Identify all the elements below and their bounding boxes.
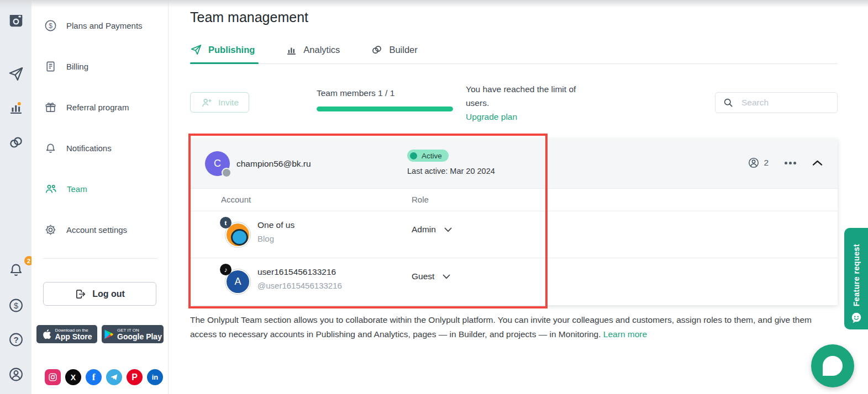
sidebar-item-plans-and-payments[interactable]: $ Plans and Payments <box>44 17 143 34</box>
member-card-header[interactable]: C champion56@bk.ru Active Last active: M… <box>191 139 838 189</box>
status-label: Active <box>422 152 442 160</box>
account-subtitle: Blog <box>257 234 274 243</box>
tiktok-icon: ♪ <box>220 264 232 275</box>
accounts-count[interactable]: 2 <box>748 157 769 169</box>
dollar-circle-icon: $ <box>44 19 57 32</box>
account-name: user1615456133216 <box>257 267 336 277</box>
logout-button[interactable]: Log out <box>43 282 156 306</box>
learn-more-link[interactable]: Learn more <box>603 329 647 339</box>
member-email: champion56@bk.ru <box>236 159 311 169</box>
help-icon[interactable]: ? <box>8 332 24 348</box>
app-store-bottom-label: App Store <box>55 333 92 341</box>
sidebar-item-label: Team <box>67 184 87 194</box>
sidebar-item-team[interactable]: Team <box>44 180 87 197</box>
settings-sidebar: $ Plans and Payments Billing Referral pr… <box>31 0 169 394</box>
member-card: C champion56@bk.ru Active Last active: M… <box>191 139 838 305</box>
status-badge: Active <box>407 150 449 162</box>
sidebar-divider <box>43 258 157 259</box>
gear-icon <box>44 223 57 236</box>
gift-icon <box>44 101 57 114</box>
profile-icon[interactable] <box>8 366 24 382</box>
last-active-text: Last active: Mar 20 2024 <box>407 167 495 175</box>
team-section-description: The Onlypult Team section allows you to … <box>190 313 838 342</box>
sidebar-item-billing[interactable]: Billing <box>44 58 88 74</box>
instagram-icon[interactable] <box>45 369 61 385</box>
team-progress-fill <box>317 107 453 111</box>
avatar-graphic <box>231 229 248 246</box>
sidebar-item-account-settings[interactable]: Account settings <box>44 221 127 238</box>
google-play-badge[interactable]: GET IT ON Google Play <box>102 325 164 343</box>
role-value: Guest <box>412 271 434 281</box>
upgrade-plan-link[interactable]: Upgrade plan <box>466 112 517 121</box>
chevron-down-icon <box>443 274 450 279</box>
sidebar-item-referral-program[interactable]: Referral program <box>44 99 129 115</box>
bell-icon[interactable]: 2 <box>8 262 24 278</box>
facebook-icon[interactable]: f <box>86 369 102 385</box>
google-play-bottom-label: Google Play <box>117 333 162 341</box>
tumblr-icon: t <box>220 217 232 228</box>
bar-chart-icon[interactable] <box>8 100 24 115</box>
search-input[interactable] <box>740 97 825 108</box>
table-row: A ♪ user1615456133216 @user1615456133216… <box>191 258 838 305</box>
active-tab-underline <box>190 62 259 64</box>
chat-bubble-icon <box>823 356 843 376</box>
svg-text:?: ? <box>13 335 18 344</box>
person-plus-icon <box>201 97 213 109</box>
sidebar-item-label: Billing <box>66 62 88 71</box>
google-play-icon <box>103 329 113 340</box>
dollar-icon[interactable]: $ <box>8 297 24 313</box>
tab-label: Publishing <box>208 45 255 55</box>
linkedin-icon[interactable]: in <box>147 369 163 385</box>
logout-label: Log out <box>92 289 125 299</box>
apple-icon <box>42 329 51 340</box>
invoice-icon <box>44 60 57 73</box>
x-icon[interactable]: X <box>65 369 81 385</box>
link-icon <box>371 44 383 56</box>
team-icon <box>44 182 57 195</box>
tab-bar-divider <box>190 63 838 64</box>
svg-text:$: $ <box>49 22 52 29</box>
chevron-down-icon <box>444 227 452 232</box>
collapse-chevron-up-icon[interactable] <box>812 160 823 166</box>
invite-label: Invite <box>218 98 239 108</box>
role-dropdown[interactable]: Admin <box>412 225 452 235</box>
invite-button[interactable]: Invite <box>190 92 249 113</box>
column-header-role: Role <box>412 195 429 204</box>
more-actions-button[interactable] <box>785 159 796 167</box>
sidebar-item-label: Account settings <box>66 225 127 235</box>
page-title: Team management <box>190 9 308 25</box>
search-field[interactable] <box>715 92 838 113</box>
paper-plane-icon[interactable] <box>8 66 24 82</box>
tab-label: Analytics <box>303 45 340 55</box>
tab-builder[interactable]: Builder <box>371 44 417 65</box>
search-icon <box>723 97 734 108</box>
limit-text: You have reached the limit of users. <box>466 84 576 108</box>
logout-icon <box>75 288 87 300</box>
limit-message: You have reached the limit of users. Upg… <box>466 82 598 124</box>
sidebar-item-label: Referral program <box>66 103 129 112</box>
column-header-account: Account <box>221 195 251 204</box>
role-dropdown[interactable]: Guest <box>412 271 450 281</box>
status-dot-icon <box>410 152 417 159</box>
tab-label: Builder <box>389 45 417 55</box>
social-links: X f P in <box>45 369 163 385</box>
feature-request-tab[interactable]: Feature request <box>844 228 868 329</box>
telegram-icon[interactable] <box>106 369 122 385</box>
accounts-table-header: Account Role <box>191 189 838 211</box>
pinterest-icon[interactable]: P <box>127 369 143 385</box>
chat-launcher-button[interactable] <box>811 344 854 387</box>
bar-chart-icon <box>286 44 297 56</box>
link-icon[interactable] <box>8 134 24 151</box>
instagram-camera-icon[interactable] <box>8 12 24 29</box>
app-store-badge[interactable]: Download on the App Store <box>36 325 97 343</box>
svg-text:$: $ <box>13 301 18 310</box>
member-status-dot <box>222 168 232 178</box>
role-value: Admin <box>412 225 436 235</box>
feedback-smiley-icon <box>850 312 862 324</box>
team-members-count: Team members 1 / 1 <box>317 88 394 98</box>
description-text: The Onlypult Team section allows you to … <box>190 315 812 339</box>
sidebar-item-label: Plans and Payments <box>66 21 143 30</box>
sidebar-item-label: Notifications <box>66 143 112 153</box>
tab-analytics[interactable]: Analytics <box>286 44 340 65</box>
sidebar-item-notifications[interactable]: Notifications <box>44 140 112 156</box>
